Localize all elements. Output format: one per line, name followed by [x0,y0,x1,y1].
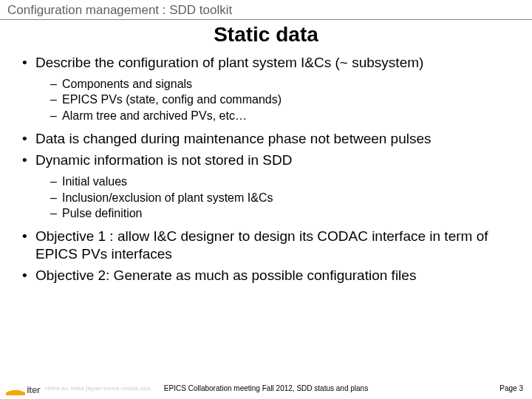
iter-logo-icon [6,381,25,395]
bullet-text: Describe the configuration of plant syst… [35,55,423,70]
bullet-item: Dynamic information is not stored in SDD… [22,151,517,222]
sub-bullet: Inclusion/exclusion of plant system I&Cs [50,190,517,206]
sub-bullet: EPICS PVs (state, config and commands) [50,92,517,108]
sub-bullet: Pulse definition [50,205,517,222]
footer-center-text: EPICS Collaboration meeting Fall 2012, S… [164,384,368,392]
slide-footer: iter china eu india japan korea russia u… [0,377,532,399]
sub-bullet: Alarm tree and archived PVs, etc… [50,108,517,124]
bullet-item: Objective 1 : allow I&C designer to desi… [22,228,517,263]
bullet-item: Data is changed during maintenance phase… [22,130,517,148]
sub-bullet: Components and signals [50,76,517,92]
slide-content: Describe the configuration of plant syst… [0,54,532,284]
bullet-text: Data is changed during maintenance phase… [35,131,432,146]
iter-logo-text: iter [27,384,40,395]
bullet-text: Objective 2: Generate as much as possibl… [35,267,416,283]
bullet-text: Objective 1 : allow I&C designer to desi… [35,228,488,262]
breadcrumb-header: Configuration management : SDD toolkit [0,0,532,20]
page-number: Page 3 [499,384,523,392]
sub-bullet: Initial values [50,174,517,190]
bullet-item: Describe the configuration of plant syst… [22,54,517,124]
bullet-text: Dynamic information is not stored in SDD [35,152,292,168]
iter-logo: iter [6,381,40,395]
slide-title: Static data [0,20,532,54]
bullet-item: Objective 2: Generate as much as possibl… [22,267,517,284]
countries-list: china eu india japan korea russia usa [44,385,150,392]
